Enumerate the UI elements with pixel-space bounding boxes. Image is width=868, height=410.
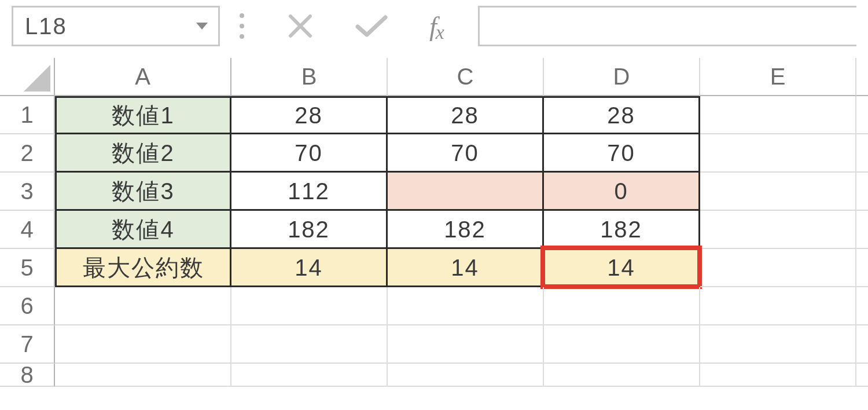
cell-D6[interactable] [544,287,700,325]
cell-B7[interactable] [231,325,388,364]
cell-D5-value: 14 [607,256,635,279]
cell-A4[interactable]: 数値4 [55,211,231,249]
cell-C5[interactable]: 14 [388,249,544,287]
cell-F7[interactable] [856,325,868,364]
cell-C3[interactable] [388,173,544,211]
formula-bar-buttons: fx [264,11,443,42]
cell-A3[interactable]: 数値3 [55,173,231,211]
cell-F2[interactable] [856,134,868,173]
spreadsheet-grid: A B C D E 1 数値1 28 28 28 2 数値2 70 70 70 … [0,58,868,402]
formula-bar-handle-icon [237,13,247,39]
row-header-4[interactable]: 4 [0,211,55,249]
cell-C7[interactable] [388,325,544,364]
cell-C8[interactable] [388,364,544,387]
cell-E6[interactable] [700,287,856,325]
row-header-2[interactable]: 2 [0,134,55,173]
cell-F8[interactable] [856,364,868,387]
cell-F6[interactable] [856,287,868,325]
row-header-8[interactable]: 8 [0,364,55,387]
cell-B8[interactable] [231,364,388,387]
cell-E4[interactable] [700,211,856,249]
formula-input[interactable] [478,6,856,46]
insert-function-icon[interactable]: fx [429,11,443,42]
cell-B4[interactable]: 182 [231,211,388,249]
cell-B5[interactable]: 14 [231,249,388,287]
cell-F3[interactable] [856,173,868,211]
cell-E8[interactable] [700,364,856,387]
cell-D3[interactable]: 0 [544,173,700,211]
cell-D2[interactable]: 70 [544,134,700,173]
col-header-E[interactable]: E [700,58,856,96]
cell-B3[interactable]: 112 [231,173,388,211]
row-header-3[interactable]: 3 [0,173,55,211]
cell-reference: L18 [25,13,67,39]
cell-D1[interactable]: 28 [544,96,700,134]
cell-A5[interactable]: 最大公約数 [55,249,231,287]
col-header-blank [856,58,868,96]
cell-D4[interactable]: 182 [544,211,700,249]
cell-A6[interactable] [55,287,231,325]
cell-D5[interactable]: 14 [544,249,700,287]
cell-E3[interactable] [700,173,856,211]
row-header-1[interactable]: 1 [0,96,55,134]
cell-F1[interactable] [856,96,868,134]
col-header-C[interactable]: C [388,58,544,96]
cell-A8[interactable] [55,364,231,387]
cell-E5[interactable] [700,249,856,287]
cancel-icon[interactable] [287,13,314,39]
cell-E1[interactable] [700,96,856,134]
col-header-A[interactable]: A [55,58,231,96]
name-box-dropdown-icon[interactable] [196,23,208,30]
select-all-triangle[interactable] [0,58,55,96]
cell-D7[interactable] [544,325,700,364]
cell-E7[interactable] [700,325,856,364]
cell-C1[interactable]: 28 [388,96,544,134]
cell-B2[interactable]: 70 [231,134,388,173]
cell-A1[interactable]: 数値1 [55,96,231,134]
name-box[interactable]: L18 [12,6,220,46]
cell-C6[interactable] [388,287,544,325]
row-header-6[interactable]: 6 [0,287,55,325]
cell-E2[interactable] [700,134,856,173]
cell-C2[interactable]: 70 [388,134,544,173]
row-header-7[interactable]: 7 [0,325,55,364]
confirm-icon[interactable] [354,13,389,39]
row-header-5[interactable]: 5 [0,249,55,287]
col-header-D[interactable]: D [544,58,700,96]
cell-F5[interactable] [856,249,868,287]
cell-B1[interactable]: 28 [231,96,388,134]
cell-B6[interactable] [231,287,388,325]
cell-C4[interactable]: 182 [388,211,544,249]
formula-bar: L18 fx [0,0,868,58]
cell-A7[interactable] [55,325,231,364]
cell-A2[interactable]: 数値2 [55,134,231,173]
cell-D8[interactable] [544,364,700,387]
col-header-B[interactable]: B [231,58,388,96]
cell-F4[interactable] [856,211,868,249]
